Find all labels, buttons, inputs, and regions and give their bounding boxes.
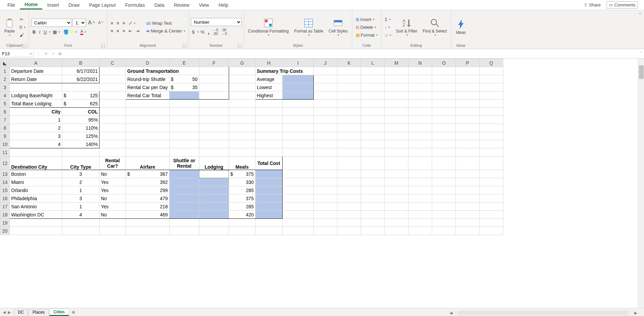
cell[interactable] (282, 178, 313, 186)
enter-icon[interactable]: ✓ (51, 51, 55, 56)
cell[interactable] (456, 75, 479, 83)
cell[interactable] (361, 170, 384, 178)
spreadsheet-grid[interactable]: ◣ A B C D E F G H I J K L M N O P Q 1 De… (0, 59, 503, 235)
cell[interactable]: San Antonio (10, 203, 62, 211)
cell[interactable] (313, 124, 337, 132)
cell[interactable] (282, 227, 313, 235)
col-header[interactable]: Q (479, 59, 503, 67)
cell[interactable] (408, 140, 432, 148)
cell[interactable]: 299 (126, 186, 170, 194)
cell[interactable] (361, 148, 384, 156)
cell[interactable] (282, 132, 313, 140)
cell-styles-button[interactable]: Cell Styles▾ (327, 16, 350, 38)
row-header[interactable]: 11 (0, 148, 10, 156)
cell[interactable]: Ground Transportation (126, 67, 199, 75)
sheet-tab[interactable]: Places (28, 309, 49, 315)
col-header[interactable]: A (10, 59, 62, 67)
cell[interactable] (384, 91, 408, 100)
cell[interactable] (229, 227, 255, 235)
cell[interactable] (432, 83, 456, 91)
cell[interactable] (199, 186, 229, 194)
cell[interactable]: 2 (10, 124, 62, 132)
cell[interactable] (479, 91, 503, 100)
cell[interactable] (432, 227, 456, 235)
tab-formulas[interactable]: Formulas (120, 1, 150, 9)
cell[interactable] (456, 186, 479, 194)
cell[interactable] (282, 124, 313, 132)
cell[interactable] (282, 219, 313, 227)
cell[interactable] (337, 211, 361, 219)
cell[interactable] (255, 178, 282, 186)
cell[interactable]: Philadelphia (10, 194, 62, 203)
cell[interactable] (62, 227, 99, 235)
cell[interactable] (432, 75, 456, 83)
cell[interactable] (408, 156, 432, 170)
cell[interactable]: No (99, 211, 126, 219)
cell[interactable] (199, 124, 229, 132)
cell[interactable] (199, 227, 229, 235)
cell[interactable] (432, 124, 456, 132)
cell[interactable] (229, 124, 255, 132)
cell[interactable]: Rental Car? (99, 156, 126, 170)
horizontal-scrollbar[interactable]: ◀ ▶ (448, 310, 638, 316)
row-header[interactable]: 5 (0, 100, 10, 108)
cell[interactable] (432, 219, 456, 227)
cell[interactable] (456, 156, 479, 170)
cell[interactable]: Orlando (10, 186, 62, 194)
cell[interactable] (408, 67, 432, 75)
cell[interactable]: 3 (62, 170, 99, 178)
cell[interactable] (99, 148, 126, 156)
percent-button[interactable]: % (199, 29, 206, 35)
cell[interactable] (313, 219, 337, 227)
cell[interactable] (169, 170, 199, 178)
cell[interactable] (384, 186, 408, 194)
wrap-text-button[interactable]: ab Wrap Text (145, 20, 186, 26)
cell[interactable] (456, 132, 479, 140)
cell[interactable] (337, 116, 361, 124)
cell[interactable]: 125% (62, 132, 99, 140)
cell[interactable] (126, 132, 170, 140)
cell[interactable] (408, 108, 432, 116)
scroll-right-button[interactable]: ▶ (633, 311, 638, 315)
cell[interactable] (255, 140, 282, 148)
cell[interactable] (169, 186, 199, 194)
cell[interactable] (384, 132, 408, 140)
cell[interactable]: Yes (99, 186, 126, 194)
cell[interactable] (384, 156, 408, 170)
cell[interactable]: $375 (229, 170, 255, 178)
insert-cells-button[interactable]: ⊞ Insert▾ (354, 16, 379, 23)
cell[interactable] (432, 170, 456, 178)
alignment-launcher[interactable]: ⌐ (182, 44, 186, 48)
copy-button[interactable]: ⎘▾ (18, 24, 27, 30)
cell[interactable] (408, 148, 432, 156)
cell[interactable] (432, 140, 456, 148)
cell[interactable] (255, 108, 282, 116)
collapse-ribbon-button[interactable]: ˄ (638, 12, 643, 18)
cell[interactable] (384, 211, 408, 219)
tab-data[interactable]: Data (150, 1, 169, 9)
cell-selected[interactable] (199, 170, 229, 178)
cell[interactable] (313, 67, 337, 75)
cell[interactable]: Return Date (10, 75, 62, 83)
cell[interactable]: $125 (62, 91, 99, 100)
cell[interactable] (313, 132, 337, 140)
cell[interactable] (126, 124, 170, 132)
fx-icon[interactable]: fx (59, 51, 62, 56)
cell[interactable] (229, 132, 255, 140)
cell[interactable] (313, 194, 337, 203)
cell[interactable]: $625 (62, 100, 99, 108)
cell[interactable] (337, 148, 361, 156)
cell[interactable] (456, 194, 479, 203)
cell[interactable]: $367 (126, 170, 170, 178)
cell[interactable] (432, 186, 456, 194)
cell[interactable] (479, 75, 503, 83)
cell[interactable] (229, 140, 255, 148)
cell[interactable] (255, 219, 282, 227)
font-size-select[interactable]: 11 (72, 19, 86, 27)
cell[interactable] (169, 194, 199, 203)
cell[interactable] (456, 124, 479, 132)
sheet-next-button[interactable]: ▶ (8, 310, 11, 315)
cell[interactable] (384, 148, 408, 156)
row-header[interactable]: 6 (0, 108, 10, 116)
cell[interactable] (282, 140, 313, 148)
